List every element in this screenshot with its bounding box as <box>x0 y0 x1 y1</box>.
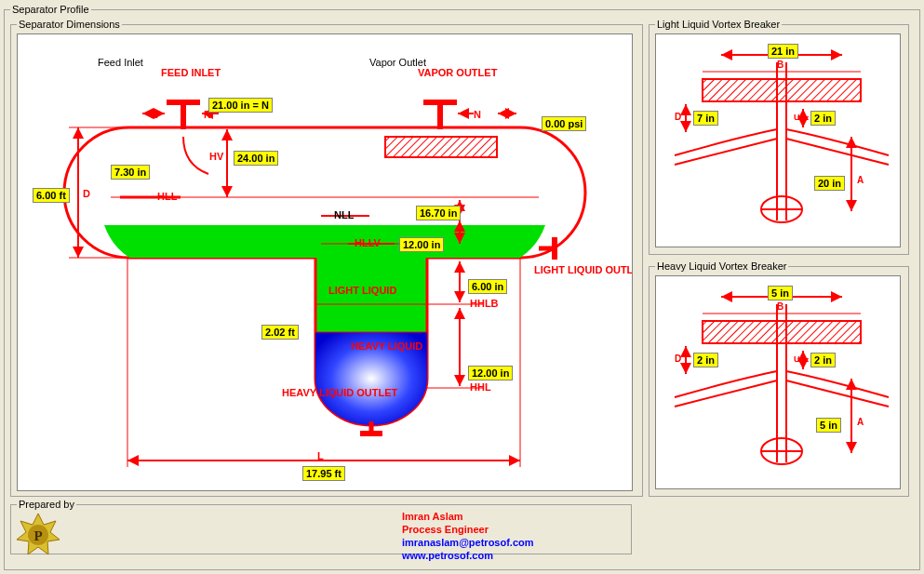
svg-text:D: D <box>675 354 681 364</box>
L-label: L <box>317 450 324 461</box>
author-role: Process Engineer <box>402 523 534 536</box>
prepared-by-title: Prepared by <box>17 499 76 510</box>
separator-dimensions-panel: Separator Dimensions <box>10 19 643 497</box>
svg-rect-52 <box>703 321 861 343</box>
val-HLLV: 12.00 in <box>399 237 444 252</box>
separator-dimensions-title: Separator Dimensions <box>17 19 122 30</box>
HV-label: HV <box>209 151 223 162</box>
val-D: 6.00 ft <box>33 188 70 203</box>
prepared-by-panel: Prepared by P Imran Aslam Process Engine… <box>10 499 632 554</box>
val-7-30: 7.30 in <box>111 165 150 180</box>
vb-heavy-top: 5 in <box>768 286 793 300</box>
light-liquid-outlet-label: LIGHT LIQUID OUTLET <box>534 265 586 275</box>
svg-rect-10 <box>385 137 497 157</box>
separator-profile-title: Separator Profile <box>10 4 91 15</box>
heavy-vb-title: Heavy Liquid Vortex Breaker <box>655 260 788 272</box>
svg-text:P: P <box>33 528 42 543</box>
HLLV-label: HLLV <box>355 237 381 248</box>
val-psi: 0.00 psi <box>542 116 586 131</box>
author-email-link[interactable]: imranaslam@petrosof.com <box>402 536 534 549</box>
svg-text:A: A <box>857 175 864 185</box>
petrosof-logo-icon: P <box>15 512 61 558</box>
svg-rect-15 <box>552 237 557 260</box>
author-site-link[interactable]: www.petrosof.com <box>402 549 534 562</box>
svg-text:U: U <box>794 354 800 364</box>
heavy-vb-canvas: D B U A 5 in 2 in 2 in 5 in <box>655 275 901 489</box>
svg-text:D: D <box>675 112 681 122</box>
heavy-liquid-vortex-breaker-panel: Heavy Liquid Vortex Breaker <box>649 260 909 497</box>
separator-profile-panel: Separator Profile Separator Dimensions <box>4 4 920 570</box>
light-vb-title: Light Liquid Vortex Breaker <box>655 19 782 30</box>
val-HV: 24.00 in <box>234 151 278 166</box>
vb-light-top: 21 in <box>768 44 798 59</box>
author-name: Imran Aslam <box>402 510 534 523</box>
heavy-liquid-outlet-label: HEAVY LIQUID OUTLET <box>282 388 334 398</box>
separator-diagram-svg <box>18 34 632 490</box>
vb-light-right: 2 in <box>810 111 836 126</box>
svg-text:A: A <box>857 417 864 427</box>
svg-rect-11 <box>167 100 200 105</box>
separator-dimensions-canvas: Feed Inlet Vapor Outlet FEED INLET VAPOR… <box>17 33 633 491</box>
svg-text:U: U <box>794 113 800 122</box>
heavy-liquid-zone-label: HEAVY LIQUID <box>351 341 399 352</box>
val-feed-N: 21.00 in = N <box>208 98 273 113</box>
vapor-outlet-label: VAPOR OUTLET <box>418 68 468 78</box>
light-liquid-zone-label: LIGHT LIQUID <box>328 286 377 296</box>
vb-light-left: 7 in <box>693 111 718 126</box>
svg-rect-13 <box>423 100 457 105</box>
NLL-label: NLL <box>334 209 354 220</box>
svg-text:B: B <box>777 60 783 70</box>
val-6in: 6.00 in <box>468 279 507 294</box>
svg-rect-17 <box>360 431 382 436</box>
heavy-vb-svg: D B U A <box>656 276 900 488</box>
feed-inlet-label: FEED INLET <box>161 68 208 78</box>
val-boot: 2.02 ft <box>261 325 299 340</box>
feed-inlet-header: Feed Inlet <box>98 57 143 68</box>
HLL-label: HLL <box>157 191 177 202</box>
HHLB-label: HHLB <box>470 298 499 309</box>
val-HHL: 12.00 in <box>468 366 513 380</box>
light-vb-canvas: D B U A 21 in 7 in 2 in 20 in <box>655 33 901 247</box>
svg-text:B: B <box>777 301 783 312</box>
vb-heavy-right: 2 in <box>810 353 836 367</box>
N-vapor: N <box>474 109 481 120</box>
vb-light-bottom: 20 in <box>814 176 845 191</box>
N-left: N <box>151 109 158 120</box>
light-vb-svg: D B U A <box>656 34 900 247</box>
vb-heavy-bottom: 5 in <box>816 418 841 433</box>
prepared-by-text: Imran Aslam Process Engineer imranaslam@… <box>402 510 534 562</box>
val-L: 17.95 ft <box>302 466 345 481</box>
svg-rect-37 <box>703 79 861 101</box>
HHL-label: HHL <box>470 381 491 393</box>
light-liquid-vortex-breaker-panel: Light Liquid Vortex Breaker <box>649 19 909 255</box>
svg-rect-7 <box>317 256 425 261</box>
vb-heavy-left: 2 in <box>693 353 718 367</box>
val-NLL: 16.70 in <box>416 206 461 220</box>
D-label: D <box>83 188 90 199</box>
